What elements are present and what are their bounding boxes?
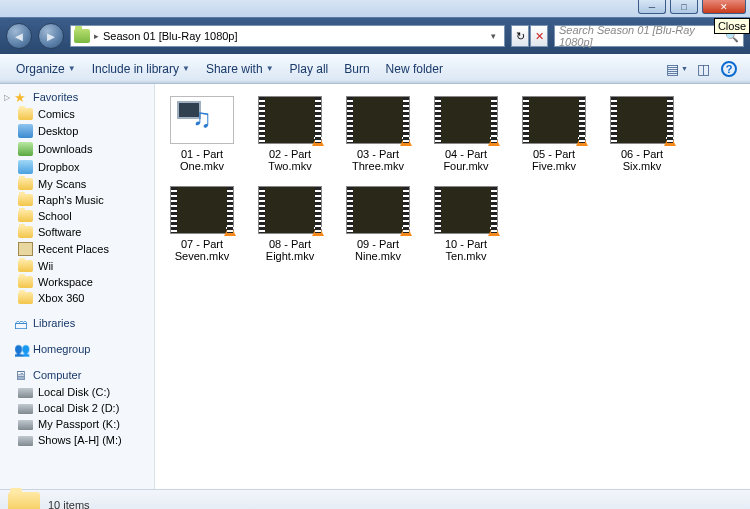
close-button[interactable]: ✕	[702, 0, 746, 14]
sidebar-item-workspace[interactable]: Workspace	[0, 274, 154, 290]
maximize-button[interactable]: □	[670, 0, 698, 14]
file-list-pane[interactable]: ♫01 - Part One.mkv02 - Part Two.mkv03 - …	[155, 84, 750, 489]
computer-group: 🖥 Computer Local Disk (C:)Local Disk 2 (…	[0, 366, 154, 448]
fold-icon	[18, 276, 33, 288]
computer-header[interactable]: 🖥 Computer	[0, 366, 154, 384]
file-thumbnail	[610, 96, 674, 144]
file-item[interactable]: 08 - Part Eight.mkv	[255, 186, 325, 262]
chevron-down-icon: ▼	[266, 64, 274, 73]
title-bar: ─ □ ✕	[0, 0, 750, 18]
expand-icon: ▷	[4, 93, 10, 102]
vlc-cone-icon	[400, 224, 412, 236]
fold-icon	[18, 194, 33, 206]
sidebar-item-label: Workspace	[38, 276, 93, 288]
desk-icon	[18, 124, 33, 138]
file-name-label: 04 - Part Four.mkv	[431, 148, 501, 172]
minimize-button[interactable]: ─	[638, 0, 666, 14]
file-item[interactable]: 02 - Part Two.mkv	[255, 96, 325, 172]
sidebar-item-downloads[interactable]: Downloads	[0, 140, 154, 158]
address-path-text: Season 01 [Blu-Ray 1080p]	[103, 30, 238, 42]
sidebar-item-my-scans[interactable]: My Scans	[0, 176, 154, 192]
file-item[interactable]: 10 - Part Ten.mkv	[431, 186, 501, 262]
sidebar-item-comics[interactable]: Comics	[0, 106, 154, 122]
command-toolbar: Organize▼ Include in library▼ Share with…	[0, 54, 750, 84]
file-item[interactable]: 07 - Part Seven.mkv	[167, 186, 237, 262]
organize-menu[interactable]: Organize▼	[8, 58, 84, 80]
dl-icon	[18, 142, 33, 156]
preview-pane-button[interactable]: ◫	[692, 58, 714, 80]
file-grid: ♫01 - Part One.mkv02 - Part Two.mkv03 - …	[167, 96, 750, 262]
file-item[interactable]: 03 - Part Three.mkv	[343, 96, 413, 172]
vlc-cone-icon	[312, 134, 324, 146]
sidebar-item-label: Downloads	[38, 143, 92, 155]
sidebar-item-drive[interactable]: Shows [A-H] (M:)	[0, 432, 154, 448]
sidebar-item-software[interactable]: Software	[0, 224, 154, 240]
file-name-label: 08 - Part Eight.mkv	[255, 238, 325, 262]
sidebar-item-recent-places[interactable]: Recent Places	[0, 240, 154, 258]
status-text: 10 items	[48, 499, 90, 510]
sidebar-item-label: Raph's Music	[38, 194, 104, 206]
nav-back-button[interactable]: ◄	[6, 23, 32, 49]
file-item[interactable]: ♫01 - Part One.mkv	[167, 96, 237, 172]
file-name-label: 01 - Part One.mkv	[167, 148, 237, 172]
homegroup-group[interactable]: 👥 Homegroup	[0, 340, 154, 358]
fold-icon	[18, 210, 33, 222]
fold-icon	[18, 108, 33, 120]
file-thumbnail	[258, 96, 322, 144]
address-bar-row: ◄ ► ▸ Season 01 [Blu-Ray 1080p] ▾ ↻ ✕ Se…	[0, 18, 750, 54]
libraries-group[interactable]: 🗃 Libraries	[0, 314, 154, 332]
sidebar-item-label: School	[38, 210, 72, 222]
favorites-header[interactable]: ▷ ★ Favorites	[0, 88, 154, 106]
disk-icon	[18, 404, 33, 414]
help-button[interactable]: ?	[718, 58, 740, 80]
file-item[interactable]: 06 - Part Six.mkv	[607, 96, 677, 172]
sidebar-item-xbox-360[interactable]: Xbox 360	[0, 290, 154, 306]
address-actions: ↻ ✕	[511, 25, 548, 47]
include-library-menu[interactable]: Include in library▼	[84, 58, 198, 80]
sidebar-item-drive[interactable]: Local Disk (C:)	[0, 384, 154, 400]
file-name-label: 05 - Part Five.mkv	[519, 148, 589, 172]
status-bar: 10 items	[0, 489, 750, 509]
sidebar-item-label: Local Disk 2 (D:)	[38, 402, 119, 414]
folder-icon	[74, 29, 90, 43]
vlc-cone-icon	[488, 224, 500, 236]
chevron-down-icon: ▼	[182, 64, 190, 73]
file-name-label: 10 - Part Ten.mkv	[431, 238, 501, 262]
view-options-button[interactable]: ▤▼	[666, 58, 688, 80]
play-all-button[interactable]: Play all	[282, 58, 337, 80]
refresh-button[interactable]: ↻	[511, 25, 529, 47]
sidebar-item-desktop[interactable]: Desktop	[0, 122, 154, 140]
sidebar-item-drive[interactable]: Local Disk 2 (D:)	[0, 400, 154, 416]
file-name-label: 06 - Part Six.mkv	[607, 148, 677, 172]
navigation-sidebar[interactable]: ▷ ★ Favorites ComicsDesktopDownloadsDrop…	[0, 84, 155, 489]
sidebar-item-school[interactable]: School	[0, 208, 154, 224]
search-placeholder-text: Search Season 01 [Blu-Ray 1080p]	[559, 24, 725, 48]
computer-icon: 🖥	[14, 368, 29, 382]
stop-button[interactable]: ✕	[530, 25, 548, 47]
address-bar[interactable]: ▸ Season 01 [Blu-Ray 1080p] ▾	[70, 25, 505, 47]
disk-icon	[18, 388, 33, 398]
fold-icon	[18, 260, 33, 272]
file-thumbnail	[434, 96, 498, 144]
sidebar-item-label: My Passport (K:)	[38, 418, 120, 430]
file-item[interactable]: 04 - Part Four.mkv	[431, 96, 501, 172]
sidebar-item-label: Dropbox	[38, 161, 80, 173]
share-with-menu[interactable]: Share with▼	[198, 58, 282, 80]
sidebar-item-drive[interactable]: My Passport (K:)	[0, 416, 154, 432]
sidebar-item-wii[interactable]: Wii	[0, 258, 154, 274]
burn-button[interactable]: Burn	[336, 58, 377, 80]
sidebar-item-label: Comics	[38, 108, 75, 120]
sidebar-item-label: Local Disk (C:)	[38, 386, 110, 398]
address-dropdown-icon[interactable]: ▾	[485, 31, 501, 41]
sidebar-item-dropbox[interactable]: Dropbox	[0, 158, 154, 176]
file-name-label: 02 - Part Two.mkv	[255, 148, 325, 172]
sidebar-item-label: Desktop	[38, 125, 78, 137]
nav-forward-button[interactable]: ►	[38, 23, 64, 49]
file-item[interactable]: 09 - Part Nine.mkv	[343, 186, 413, 262]
homegroup-icon: 👥	[14, 342, 29, 356]
file-item[interactable]: 05 - Part Five.mkv	[519, 96, 589, 172]
vlc-cone-icon	[224, 224, 236, 236]
box-icon	[18, 160, 33, 174]
new-folder-button[interactable]: New folder	[378, 58, 451, 80]
sidebar-item-raph-s-music[interactable]: Raph's Music	[0, 192, 154, 208]
